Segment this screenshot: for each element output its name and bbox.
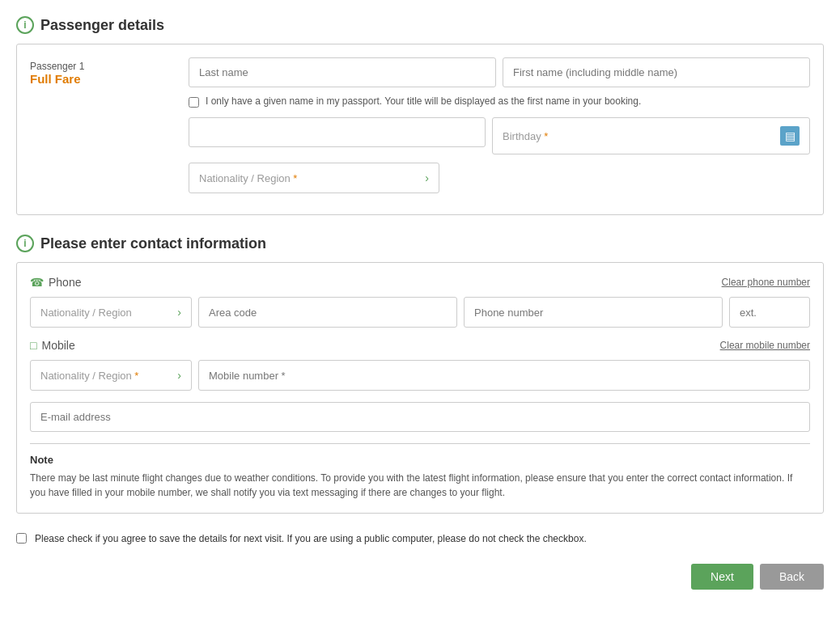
mobile-nationality-required: * <box>132 370 139 382</box>
phone-nationality-field[interactable]: Nationality / Region › <box>30 297 192 328</box>
birthday-field[interactable]: Birthday * ▤ <box>492 117 810 154</box>
phone-nationality-label: Nationality / Region <box>40 307 132 319</box>
note-text: There may be last minute flight changes … <box>30 471 810 500</box>
passenger-fare: Full Fare <box>30 72 176 86</box>
note-section: Note There may be last minute flight cha… <box>30 443 810 500</box>
birthday-label: Birthday * <box>503 130 548 142</box>
agree-row: Please check if you agree to save the de… <box>16 533 824 544</box>
passenger-info: Passenger 1 Full Fare <box>30 57 176 86</box>
birthday-required-star: * <box>541 130 549 142</box>
nationality-field[interactable]: Nationality / Region * › <box>189 163 439 193</box>
nationality-chevron-icon: › <box>425 171 429 184</box>
contact-info-title: Please enter contact information <box>40 235 266 252</box>
contact-section-icon: i <box>16 235 34 252</box>
back-button[interactable]: Back <box>760 564 824 590</box>
contact-card: ☎ Phone Clear phone number Nationality /… <box>16 262 824 514</box>
mobile-header: □ Mobile Clear mobile number <box>30 339 810 352</box>
nationality-placeholder-text: Nationality / Region <box>199 172 291 184</box>
area-code-input[interactable] <box>198 297 457 328</box>
phone-icon: ☎ <box>30 276 44 289</box>
first-name-input[interactable] <box>503 57 810 87</box>
title-select-wrapper: Mr Mrs Ms Title * ▼ <box>189 117 486 154</box>
birthday-placeholder-text: Birthday <box>503 130 541 142</box>
agree-checkbox[interactable] <box>16 533 27 544</box>
note-title: Note <box>30 454 810 466</box>
passenger-section-icon: i <box>16 16 34 34</box>
phone-label-text: Phone <box>49 276 81 289</box>
phone-header: ☎ Phone Clear phone number <box>30 276 810 289</box>
mobile-number-input[interactable] <box>198 360 810 391</box>
agree-label: Please check if you agree to save the de… <box>35 533 587 544</box>
last-name-input[interactable] <box>189 57 496 87</box>
given-name-checkbox-row: I only have a given name in my passport.… <box>189 95 810 108</box>
email-section <box>30 402 810 432</box>
mobile-icon: □ <box>30 339 36 352</box>
passenger-details-header: i Passenger details <box>16 16 824 34</box>
passenger-label: Passenger 1 <box>30 61 176 72</box>
given-name-checkbox[interactable] <box>189 97 199 108</box>
mobile-label: □ Mobile <box>30 339 75 352</box>
clear-mobile-button[interactable]: Clear mobile number <box>720 340 810 351</box>
nationality-label: Nationality / Region * <box>199 172 297 184</box>
passenger-form: I only have a given name in my passport.… <box>189 57 810 201</box>
mobile-nationality-field[interactable]: Nationality / Region * › <box>30 360 192 391</box>
mobile-section: □ Mobile Clear mobile number Nationality… <box>30 339 810 391</box>
title-select[interactable]: Mr Mrs Ms <box>189 117 486 147</box>
passenger-details-title: Passenger details <box>40 17 164 34</box>
clear-phone-button[interactable]: Clear phone number <box>722 277 810 288</box>
phone-label: ☎ Phone <box>30 276 81 289</box>
nationality-required-star: * <box>291 172 298 184</box>
name-row <box>189 57 810 87</box>
phone-number-input[interactable] <box>464 297 723 328</box>
mobile-nationality-label: Nationality / Region * <box>40 370 138 382</box>
mobile-nationality-chevron: › <box>177 369 181 382</box>
contact-info-header: i Please enter contact information <box>16 235 824 252</box>
passenger-card: Passenger 1 Full Fare I only have a give… <box>16 44 824 215</box>
ext-input[interactable] <box>729 297 810 328</box>
email-input[interactable] <box>30 402 810 432</box>
title-birthday-row: Mr Mrs Ms Title * ▼ Birthday * ▤ <box>189 117 810 154</box>
phone-fields-row: Nationality / Region › <box>30 297 810 328</box>
nationality-row: Nationality / Region * › <box>189 163 810 193</box>
phone-nationality-chevron: › <box>177 306 181 319</box>
mobile-nationality-text: Nationality / Region <box>40 370 132 382</box>
next-button[interactable]: Next <box>691 564 753 590</box>
bottom-buttons: Next Back <box>16 557 824 590</box>
phone-section: ☎ Phone Clear phone number Nationality /… <box>30 276 810 328</box>
mobile-fields-row: Nationality / Region * › Mobile number <box>30 360 810 391</box>
given-name-label: I only have a given name in my passport.… <box>206 95 641 107</box>
mobile-label-text: Mobile <box>41 339 74 352</box>
calendar-icon[interactable]: ▤ <box>780 126 800 146</box>
